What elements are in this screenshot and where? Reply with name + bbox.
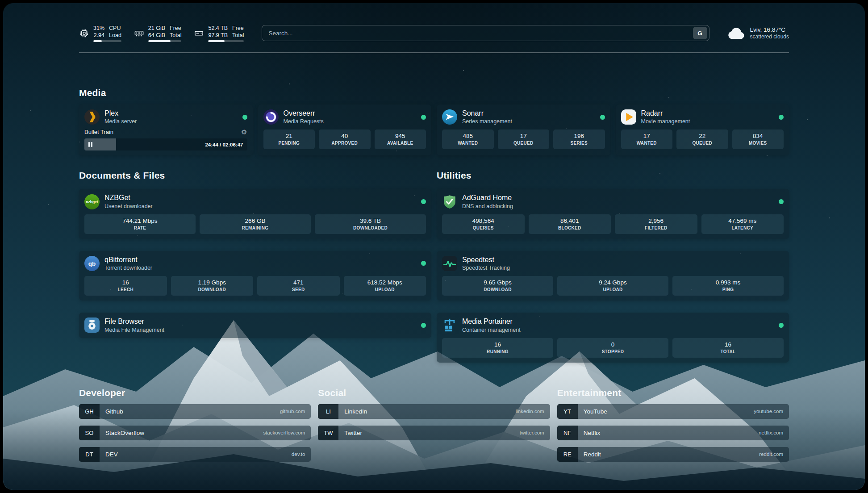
cpu-icon [79, 28, 89, 38]
service-subtitle: Media Requests [284, 118, 324, 125]
section-title-media: Media [79, 87, 789, 99]
memory-label-top: Free [170, 25, 181, 32]
overseerr-icon [263, 109, 279, 125]
stat-series: 196 SERIES [553, 130, 605, 149]
bookmark-abbr: RE [557, 447, 578, 462]
bookmark-netflix[interactable]: NF Netflix netflix.com [557, 426, 789, 440]
service-name: Overseerr [284, 109, 324, 117]
dashboard-background: 31% CPU 2.94 Load 21 GiB Free 64 [3, 3, 865, 490]
weather-widget[interactable]: Lviv, 16.87°C scattered clouds [727, 26, 789, 40]
stat-seed: 471 SEED [257, 276, 340, 296]
stat-approved: 40 APPROVED [319, 130, 371, 149]
bookmark-abbr: SO [79, 426, 100, 440]
service-subtitle: Media server [104, 118, 137, 125]
cpu-label-bottom: Load [109, 32, 121, 39]
qbittorrent-icon: qb [84, 256, 100, 271]
search-bar[interactable]: G [262, 25, 709, 41]
service-card-overseerr[interactable]: Overseerr Media Requests 21 PENDING 40 A… [258, 104, 432, 155]
service-card-speedtest[interactable]: Speedtest Speedtest Tracking 9.65 Gbps D… [437, 251, 789, 301]
service-name: Plex [104, 109, 137, 117]
section-title-developer: Developer [79, 387, 311, 399]
plex-player-bar[interactable]: 24:44 / 02:06:47 [84, 138, 247, 150]
service-card-filebrowser[interactable]: File Browser Media File Management [79, 313, 431, 338]
stat-movies: 834 MOVIES [732, 130, 784, 149]
stat-remaining: 266 GB REMAINING [200, 214, 311, 234]
sonarr-icon [442, 109, 457, 125]
status-dot [779, 323, 784, 328]
status-dot [600, 115, 605, 120]
now-playing-title: Bullet Train [84, 129, 113, 135]
search-input[interactable] [262, 30, 693, 37]
stat-download: 9.65 Gbps DOWNLOAD [442, 276, 553, 296]
status-dot [421, 323, 426, 328]
stat-latency: 47.569 ms LATENCY [701, 214, 784, 234]
service-subtitle: Speedtest Tracking [462, 265, 510, 271]
svg-text:qb: qb [88, 260, 96, 267]
service-name: AdGuard Home [462, 194, 513, 202]
bookmark-url: netflix.com [759, 430, 783, 435]
memory-free: 21 GiB [148, 25, 165, 32]
top-bar: 31% CPU 2.94 Load 21 GiB Free 64 [79, 20, 789, 46]
stat-downloaded: 39.6 TB DOWNLOADED [315, 214, 426, 234]
stat-download: 1.19 Gbps DOWNLOAD [171, 276, 254, 296]
service-card-nzbget[interactable]: nzbget NZBGet Usenet downloader 744.21 M… [79, 189, 431, 238]
service-name: Media Portainer [462, 318, 521, 326]
cpu-percent: 31% [93, 25, 104, 32]
bookmark-abbr: DT [79, 447, 100, 462]
disk-free: 52.4 TB [208, 25, 228, 32]
stat-available: 945 AVAILABLE [375, 130, 426, 149]
bookmark-url: twitter.com [520, 430, 544, 435]
stat-queries: 498,564 QUERIES [442, 214, 525, 234]
bookmark-stackoverflow[interactable]: SO StackOverflow stackoverflow.com [79, 426, 311, 440]
bookmark-dev[interactable]: DT DEV dev.to [79, 447, 311, 462]
bookmark-abbr: TW [318, 426, 338, 440]
bookmark-url: youtube.com [754, 409, 783, 414]
disk-usage-bar [208, 40, 244, 42]
gear-icon[interactable]: ⚙ [241, 129, 247, 135]
stat-upload: 618.52 Mbps UPLOAD [344, 276, 426, 296]
bookmark-name: YouTube [584, 408, 607, 415]
memory-usage-bar [148, 40, 182, 42]
weather-location: Lviv, 16.87°C [750, 26, 789, 33]
memory-widget: 21 GiB Free 64 GiB Total [134, 25, 182, 42]
service-card-sonarr[interactable]: Sonarr Series management 485 WANTED 17 Q… [437, 104, 610, 155]
service-subtitle: Container management [462, 327, 521, 333]
cpu-label-top: CPU [109, 25, 121, 32]
service-card-radarr[interactable]: Radarr Movie management 17 WANTED 22 QUE… [616, 104, 789, 155]
bookmark-abbr: LI [318, 404, 338, 419]
bookmark-youtube[interactable]: YT YouTube youtube.com [557, 404, 789, 419]
bookmark-url: linkedin.com [516, 409, 544, 414]
stat-total: 16 TOTAL [672, 338, 784, 358]
stat-pending: 21 PENDING [263, 130, 315, 149]
header-divider [79, 52, 789, 53]
bookmark-linkedin[interactable]: LI LinkedIn linkedin.com [318, 404, 550, 419]
bookmark-abbr: NF [557, 426, 578, 440]
service-card-qbittorrent[interactable]: qb qBittorrent Torrent downloader 16 LEE… [79, 251, 431, 301]
pause-icon[interactable] [88, 142, 92, 147]
service-subtitle: Movie management [641, 118, 690, 125]
search-provider-button[interactable]: G [693, 27, 707, 39]
stat-leech: 16 LEECH [84, 276, 167, 296]
stat-queued: 22 QUEUED [676, 130, 728, 149]
service-card-plex[interactable]: Plex Media server Bullet Train ⚙ 24:44 /… [79, 104, 253, 155]
bookmark-name: Twitter [344, 430, 362, 436]
service-name: Radarr [641, 109, 690, 117]
stat-rate: 744.21 Mbps RATE [84, 214, 196, 234]
status-dot [421, 199, 426, 204]
status-dot [421, 115, 426, 120]
service-name: Speedtest [462, 256, 510, 264]
bookmark-twitter[interactable]: TW Twitter twitter.com [318, 426, 550, 440]
cloud-icon [727, 26, 745, 40]
service-name: File Browser [104, 318, 164, 326]
bookmark-github[interactable]: GH Github github.com [79, 404, 311, 419]
bookmark-name: DEV [105, 451, 118, 458]
bookmark-reddit[interactable]: RE Reddit reddit.com [557, 447, 789, 462]
status-dot [779, 199, 784, 204]
svg-text:nzbget: nzbget [86, 200, 98, 204]
bookmark-group-social: Social LI LinkedIn linkedin.com TW Twitt… [318, 387, 550, 462]
disk-widget: 52.4 TB Free 97.9 TB Total [194, 25, 244, 42]
adguard-icon [442, 194, 457, 209]
service-card-adguard[interactable]: AdGuard Home DNS and adblocking 498,564 … [437, 189, 789, 238]
status-dot [779, 115, 784, 120]
service-card-portainer[interactable]: Media Portainer Container management 16 … [437, 313, 789, 362]
